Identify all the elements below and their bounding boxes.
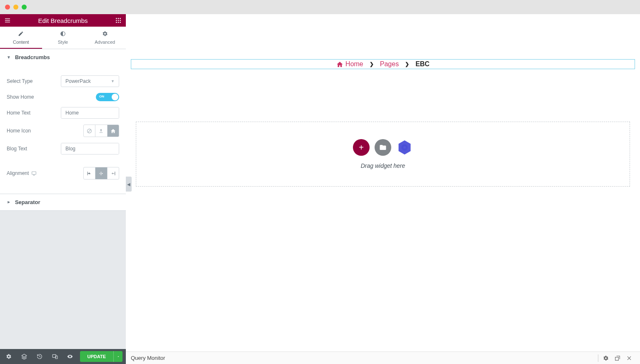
svg-rect-0 <box>5 18 10 19</box>
menu-icon[interactable] <box>4 17 11 24</box>
tab-style-label: Style <box>58 40 68 45</box>
home-text-input-wrap <box>61 107 119 119</box>
gear-icon <box>102 31 108 38</box>
svg-rect-25 <box>615 357 619 360</box>
status-settings-icon[interactable] <box>600 352 612 364</box>
icon-home-button[interactable] <box>108 125 119 137</box>
svg-rect-16 <box>32 172 36 175</box>
home-text-label: Home Text <box>7 110 61 116</box>
sidebar-collapse-handle[interactable]: ◀ <box>126 177 132 192</box>
field-alignment: Alignment <box>7 167 119 180</box>
tab-advanced-label: Advanced <box>95 40 115 45</box>
history-icon[interactable] <box>34 349 45 364</box>
svg-point-10 <box>118 22 119 23</box>
svg-line-14 <box>88 129 91 132</box>
breadcrumb-current: EBC <box>415 60 430 68</box>
chevron-right-icon: ❯ <box>405 61 409 67</box>
widgets-grid-icon[interactable] <box>115 17 122 24</box>
blog-text-input-wrap <box>61 143 119 155</box>
responsive-icon[interactable] <box>49 349 60 364</box>
svg-point-5 <box>120 18 121 19</box>
align-right-button[interactable] <box>108 167 119 179</box>
tab-style[interactable]: Style <box>42 27 84 49</box>
svg-rect-20 <box>101 172 101 175</box>
minimize-window-button[interactable] <box>13 5 18 10</box>
status-bar: Query Monitor <box>126 352 640 364</box>
section-breadcrumbs-title: Breadcrumbs <box>15 54 50 60</box>
desktop-icon[interactable] <box>31 171 37 176</box>
svg-point-3 <box>116 18 117 19</box>
breadcrumb-widget[interactable]: Home ❯ Pages ❯ EBC <box>131 59 635 69</box>
caret-right-icon: ▼ <box>6 200 11 204</box>
chevron-right-icon: ❯ <box>370 61 374 67</box>
breadcrumb-pages-link[interactable]: Pages <box>380 60 399 68</box>
icon-none-button[interactable] <box>84 125 95 137</box>
status-popout-icon[interactable] <box>612 352 623 364</box>
align-left-button[interactable] <box>84 167 95 179</box>
add-section-button[interactable]: + <box>353 139 370 156</box>
svg-point-11 <box>120 22 121 23</box>
svg-point-8 <box>120 20 121 21</box>
select-type-dropdown[interactable]: PowerPack ▼ <box>61 75 119 87</box>
icon-upload-button[interactable] <box>95 125 107 137</box>
breadcrumb-home-link[interactable]: Home <box>345 60 363 68</box>
section-separator-header[interactable]: ▼ Separator <box>0 194 126 210</box>
status-close-icon[interactable] <box>623 352 635 364</box>
field-show-home: Show Home ON <box>7 93 119 101</box>
toggle-on-label: ON <box>99 95 104 98</box>
tab-content-label: Content <box>13 40 29 45</box>
dropzone-text: Drag widget here <box>361 162 405 169</box>
update-button[interactable]: UPDATE <box>80 351 113 362</box>
select-type-value: PowerPack <box>65 78 91 84</box>
window-chrome <box>0 0 640 14</box>
tab-advanced[interactable]: Advanced <box>84 27 126 49</box>
field-blog-text: Blog Text <box>7 143 119 155</box>
section-separator: ▼ Separator <box>0 194 126 211</box>
chevron-down-icon: ▼ <box>111 79 115 83</box>
svg-rect-21 <box>115 172 115 175</box>
home-icon-chooser <box>83 125 119 137</box>
add-powerpack-button[interactable] <box>396 139 413 156</box>
maximize-window-button[interactable] <box>22 5 27 10</box>
svg-point-4 <box>118 18 119 19</box>
svg-point-9 <box>116 22 117 23</box>
section-breadcrumbs-header[interactable]: ▼ Breadcrumbs <box>0 49 126 65</box>
sidebar-gap <box>0 211 126 364</box>
sidebar-header: Edit Breadcrumbs <box>0 14 126 27</box>
settings-icon[interactable] <box>3 349 15 364</box>
navigator-icon[interactable] <box>19 349 30 364</box>
query-monitor-label[interactable]: Query Monitor <box>131 355 165 361</box>
home-text-input[interactable] <box>61 107 119 118</box>
preview-icon[interactable] <box>65 349 76 364</box>
svg-point-7 <box>118 20 119 21</box>
show-home-toggle[interactable]: ON <box>96 93 119 101</box>
widget-dropzone[interactable]: + Drag widget here <box>136 122 630 187</box>
update-options-button[interactable] <box>113 351 122 362</box>
toggle-knob <box>112 94 118 100</box>
svg-rect-19 <box>88 172 88 175</box>
blog-text-label: Blog Text <box>7 146 61 152</box>
update-button-group: UPDATE <box>80 351 122 362</box>
alignment-label-wrap: Alignment <box>7 170 61 176</box>
blog-text-input[interactable] <box>61 143 119 154</box>
alignment-label: Alignment <box>7 170 29 176</box>
svg-rect-2 <box>5 22 10 22</box>
field-select-type: Select Type PowerPack ▼ <box>7 75 119 87</box>
pencil-icon <box>18 31 24 38</box>
editor-canvas: ◀ Home ❯ Pages ❯ EBC + Drag widget here <box>126 14 640 364</box>
alignment-chooser <box>83 167 119 180</box>
section-separator-title: Separator <box>15 199 40 205</box>
home-icon-label: Home Icon <box>7 128 61 134</box>
breadcrumbs-fields: Select Type PowerPack ▼ Show Home ON <box>0 65 126 194</box>
tab-content[interactable]: Content <box>0 27 42 49</box>
editor-sidebar: Edit Breadcrumbs Content Style <box>0 14 126 364</box>
sidebar-bottom-bar: UPDATE <box>0 349 126 364</box>
align-center-button[interactable] <box>95 167 107 179</box>
caret-down-icon: ▼ <box>7 55 11 60</box>
select-type-label: Select Type <box>7 78 61 84</box>
close-window-button[interactable] <box>5 5 10 10</box>
contrast-icon <box>60 31 66 38</box>
field-home-text: Home Text <box>7 107 119 119</box>
add-template-button[interactable] <box>375 139 391 156</box>
panel-tabs: Content Style Advanced <box>0 27 126 49</box>
